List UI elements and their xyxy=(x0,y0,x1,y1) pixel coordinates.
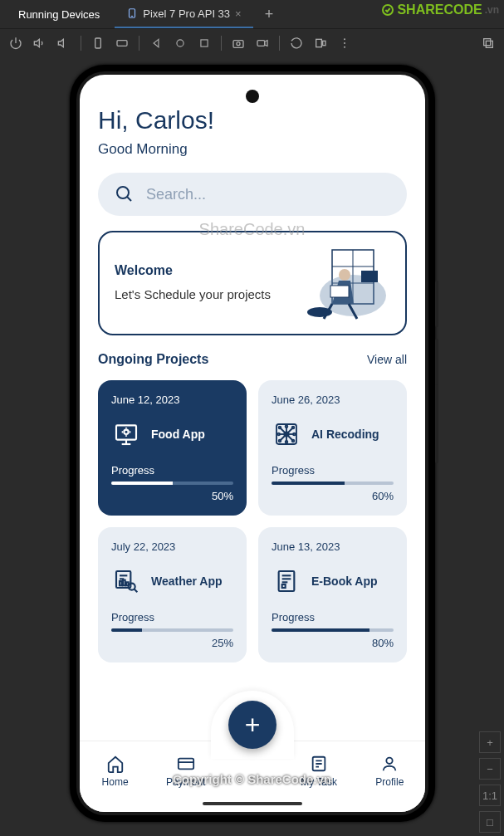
nav-profile[interactable]: Profile xyxy=(363,755,416,788)
welcome-subtitle: Let's Schedule your projects xyxy=(115,286,274,303)
plus-icon: + xyxy=(245,710,261,741)
progress-percent: 60% xyxy=(272,490,394,502)
progress-label: Progress xyxy=(272,464,394,477)
ongoing-title: Ongoing Projects xyxy=(98,352,208,367)
tab-label: Running Devices xyxy=(18,8,100,21)
zoom-in-button[interactable]: + xyxy=(479,731,501,753)
close-icon[interactable]: × xyxy=(235,7,242,20)
back-icon[interactable] xyxy=(145,32,167,54)
zoom-fit-button[interactable]: □ xyxy=(479,811,501,833)
progress-percent: 50% xyxy=(111,490,233,502)
more-icon[interactable] xyxy=(334,32,355,54)
logo-suffix: .vn xyxy=(485,4,499,16)
svg-line-49 xyxy=(280,434,286,441)
svg-line-23 xyxy=(127,197,131,201)
project-name: AI Recoding xyxy=(311,428,379,441)
project-card[interactable]: July 22, 2023 Weather App Progress 25% xyxy=(98,527,247,662)
home-icon xyxy=(106,755,125,773)
project-card[interactable]: June 13, 2023 E-Book App Progress 80% xyxy=(258,527,407,662)
extended-controls-icon[interactable] xyxy=(310,32,331,54)
svg-point-22 xyxy=(117,187,129,198)
zoom-tools: + − 1:1 □ xyxy=(479,731,502,833)
front-camera xyxy=(246,90,259,103)
nav-label: Profile xyxy=(375,776,404,788)
welcome-title: Welcome xyxy=(115,263,274,278)
subgreeting: Good Morning xyxy=(98,141,407,158)
volume-up-icon[interactable] xyxy=(29,32,51,54)
svg-point-30 xyxy=(339,269,350,281)
progress-bar xyxy=(111,628,233,632)
gesture-handle[interactable] xyxy=(203,802,302,805)
svg-line-50 xyxy=(286,434,293,441)
welcome-card[interactable]: Welcome Let's Schedule your projects xyxy=(98,231,407,335)
report-search-icon xyxy=(111,566,141,596)
progress-percent: 25% xyxy=(111,637,233,649)
svg-rect-19 xyxy=(484,38,491,45)
svg-point-32 xyxy=(307,307,332,317)
project-name: E-Book App xyxy=(311,574,378,588)
svg-rect-12 xyxy=(257,40,265,46)
svg-rect-58 xyxy=(120,581,122,585)
search-bar[interactable] xyxy=(98,173,407,216)
svg-point-74 xyxy=(387,757,393,763)
progress-bar xyxy=(272,628,394,632)
volume-down-hw xyxy=(435,339,438,385)
rotate-right-icon[interactable] xyxy=(111,32,133,54)
progress-bar xyxy=(272,482,394,485)
fab-add-button[interactable]: + xyxy=(228,701,276,749)
view-all-link[interactable]: View all xyxy=(367,353,407,366)
zoom-out-button[interactable]: − xyxy=(479,758,501,780)
svg-point-16 xyxy=(344,38,345,40)
project-card[interactable]: June 12, 2023 Food App Progress 50% xyxy=(98,380,247,516)
progress-percent: 80% xyxy=(272,637,394,649)
zoom-actual-button[interactable]: 1:1 xyxy=(479,785,501,806)
svg-rect-31 xyxy=(330,286,349,297)
svg-point-11 xyxy=(237,42,240,45)
svg-line-62 xyxy=(134,589,137,592)
tab-device[interactable]: Pixel 7 Pro API 33 × xyxy=(115,0,252,28)
svg-rect-6 xyxy=(117,40,127,46)
progress-label: Progress xyxy=(111,611,233,623)
svg-marker-7 xyxy=(154,39,159,46)
svg-point-17 xyxy=(344,42,345,44)
record-icon[interactable] xyxy=(252,32,273,54)
ebook-icon xyxy=(272,566,301,596)
profile-icon xyxy=(380,755,399,773)
nav-label: Payment xyxy=(166,776,205,788)
screenshot-icon[interactable] xyxy=(228,32,249,54)
progress-label: Progress xyxy=(272,611,394,623)
home-nav-icon[interactable] xyxy=(169,32,191,54)
project-date: June 26, 2023 xyxy=(272,394,394,406)
snapshot-icon[interactable] xyxy=(477,32,499,54)
project-date: July 22, 2023 xyxy=(111,540,233,553)
progress-label: Progress xyxy=(111,464,233,477)
svg-marker-3 xyxy=(34,39,39,46)
search-input[interactable] xyxy=(146,186,390,203)
refresh-icon[interactable] xyxy=(286,32,307,54)
nav-payment[interactable]: Payment xyxy=(159,755,213,788)
nav-mytask[interactable]: My Task xyxy=(292,755,345,788)
power-button-hw xyxy=(435,380,438,463)
card-icon xyxy=(177,755,195,773)
project-name: Food App xyxy=(151,428,205,441)
svg-point-36 xyxy=(124,430,128,434)
svg-marker-4 xyxy=(58,39,63,46)
device-screen: Hi, Carlos! Good Morning Welcome Let's S… xyxy=(80,75,425,812)
svg-rect-9 xyxy=(201,39,208,46)
nav-label: My Task xyxy=(301,776,337,788)
overview-icon[interactable] xyxy=(193,32,215,54)
power-icon[interactable] xyxy=(5,32,27,54)
svg-rect-33 xyxy=(116,425,136,439)
svg-rect-68 xyxy=(179,758,193,769)
ongoing-header: Ongoing Projects View all xyxy=(98,352,407,367)
add-tab-button[interactable]: + xyxy=(257,6,282,23)
svg-rect-15 xyxy=(323,41,325,45)
volume-down-icon[interactable] xyxy=(53,32,75,54)
device-icon xyxy=(126,7,138,19)
rotate-left-icon[interactable] xyxy=(87,32,109,54)
tab-label: Pixel 7 Pro API 33 xyxy=(143,7,230,20)
svg-rect-5 xyxy=(95,38,101,48)
tab-running-devices[interactable]: Running Devices xyxy=(7,0,111,28)
nav-home[interactable]: Home xyxy=(89,755,142,788)
project-card[interactable]: June 26, 2023 AI Recoding Progress 60% xyxy=(258,380,407,516)
